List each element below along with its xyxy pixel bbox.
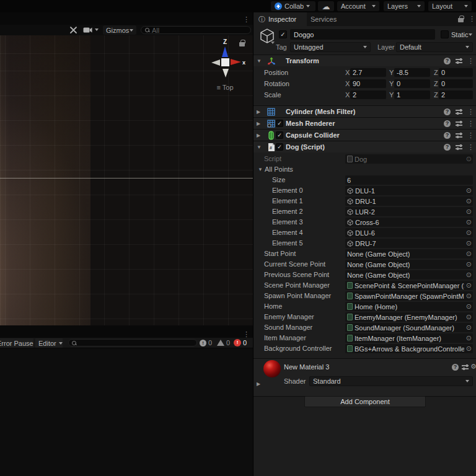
all-points-row[interactable]: ▼ All Points bbox=[253, 164, 476, 175]
axis-left-cone[interactable] bbox=[211, 60, 220, 66]
lock-icon[interactable] bbox=[239, 42, 245, 46]
axis-center-cube[interactable] bbox=[221, 58, 229, 66]
foldout-icon[interactable]: ▶ bbox=[257, 133, 260, 138]
tag-dropdown[interactable]: Untagged bbox=[290, 42, 371, 52]
rotation-x-field[interactable]: 90 bbox=[350, 79, 386, 88]
mesh-filter-header[interactable]: ▶ Cylinder (Mesh Filter) ? ⋮ bbox=[253, 105, 476, 117]
size-field[interactable]: 6 bbox=[345, 175, 473, 185]
object-picker-icon[interactable]: ⊙ bbox=[465, 291, 472, 300]
view-angle-label[interactable]: ≡ Top bbox=[205, 84, 245, 91]
console-search-input[interactable] bbox=[68, 339, 197, 346]
object-field[interactable]: DLU-6 ⊙ bbox=[345, 228, 473, 237]
preset-icon[interactable] bbox=[456, 109, 462, 115]
component-checkbox[interactable]: ✓ bbox=[276, 120, 283, 127]
object-picker-icon[interactable]: ⊙ bbox=[465, 323, 472, 332]
lock-icon[interactable] bbox=[458, 18, 464, 22]
mesh-renderer-header[interactable]: ▶ ✓ Mesh Renderer ? ⋮ bbox=[253, 117, 476, 129]
kebab-icon[interactable]: ⋮ bbox=[467, 132, 474, 138]
preset-icon[interactable] bbox=[456, 121, 462, 126]
gear-icon[interactable]: ⚙ bbox=[470, 363, 476, 371]
preset-icon[interactable] bbox=[456, 133, 462, 138]
transform-header[interactable]: ▼ Transform ? ⋮ bbox=[253, 55, 476, 66]
static-checkbox[interactable] bbox=[441, 30, 449, 38]
position-y-field[interactable]: -8.5 bbox=[394, 68, 430, 77]
object-field[interactable]: DLU-1 ⊙ bbox=[345, 186, 473, 195]
error-count-toggle[interactable]: ! 0 bbox=[234, 339, 247, 346]
object-picker-icon[interactable]: ⊙ bbox=[465, 239, 472, 247]
object-picker-icon[interactable]: ⊙ bbox=[465, 154, 472, 163]
axis-x-cone[interactable] bbox=[231, 59, 241, 65]
kebab-icon[interactable]: ⋮ bbox=[467, 120, 474, 126]
layer-dropdown[interactable]: Default bbox=[396, 42, 473, 52]
kebab-icon[interactable]: ⋮ bbox=[467, 108, 474, 115]
collab-button[interactable]: Collab bbox=[271, 1, 315, 11]
gizmos-dropdown[interactable]: Gizmos bbox=[103, 25, 136, 35]
rotation-z-field[interactable]: 0 bbox=[439, 79, 473, 88]
object-field[interactable]: Cross-6 ⊙ bbox=[345, 218, 473, 227]
scene-menu-kebab-icon[interactable]: ⋮ bbox=[243, 16, 250, 22]
camera-icon[interactable] bbox=[83, 27, 92, 33]
object-field[interactable]: ScenePoint & ScenePointManager (Sc ⊙ bbox=[345, 281, 473, 290]
gameobject-name-field[interactable]: Doggo bbox=[290, 29, 435, 40]
help-icon[interactable]: ? bbox=[444, 120, 451, 127]
scale-x-field[interactable]: 2 bbox=[350, 90, 386, 99]
object-field[interactable]: DRU-1 ⊙ bbox=[345, 196, 473, 206]
object-field[interactable]: SoundManager (SoundManager) ⊙ bbox=[345, 323, 473, 332]
foldout-icon[interactable]: ▶ bbox=[257, 109, 260, 115]
tab-inspector[interactable]: ⓘ Inspector bbox=[253, 12, 307, 26]
object-picker-icon[interactable]: ⊙ bbox=[465, 302, 472, 311]
editor-dropdown[interactable]: Editor bbox=[35, 338, 63, 348]
object-picker-icon[interactable]: ⊙ bbox=[465, 270, 472, 279]
object-picker-icon[interactable]: ⊙ bbox=[465, 260, 472, 268]
info-count-toggle[interactable]: ! 0 bbox=[200, 339, 212, 346]
object-field[interactable]: DRU-7 ⊙ bbox=[345, 239, 473, 248]
object-field[interactable]: SpawnPointManager (SpawnPointMa ⊙ bbox=[345, 291, 473, 301]
object-picker-icon[interactable]: ⊙ bbox=[465, 344, 472, 353]
preset-icon[interactable] bbox=[456, 144, 462, 150]
tool-settings-icon[interactable] bbox=[69, 26, 77, 34]
object-field[interactable]: ItemManager (ItemManager) ⊙ bbox=[345, 333, 473, 343]
preset-icon[interactable] bbox=[456, 58, 462, 64]
console-menu-kebab-icon[interactable]: ⋮ bbox=[243, 331, 250, 337]
object-picker-icon[interactable]: ⊙ bbox=[465, 186, 472, 195]
account-dropdown[interactable]: Account bbox=[337, 1, 379, 11]
layers-dropdown[interactable]: Layers bbox=[384, 1, 425, 11]
object-field[interactable]: BGs+Arrows & BackgroundController ( ⊙ bbox=[345, 344, 473, 353]
object-picker-icon[interactable]: ⊙ bbox=[465, 312, 472, 321]
object-field[interactable]: Dog ⊙ bbox=[345, 154, 473, 164]
object-picker-icon[interactable]: ⊙ bbox=[465, 249, 472, 258]
component-checkbox[interactable]: ✓ bbox=[276, 143, 283, 151]
object-picker-icon[interactable]: ⊙ bbox=[465, 218, 472, 226]
position-x-field[interactable]: 2.7 bbox=[350, 68, 386, 77]
axis-down-cone[interactable] bbox=[223, 69, 229, 77]
shader-dropdown[interactable]: Standard bbox=[309, 376, 473, 386]
inspector-kebab-icon[interactable]: ⋮ bbox=[469, 15, 475, 22]
axis-z-cone[interactable] bbox=[222, 46, 228, 57]
warning-count-toggle[interactable]: 0 bbox=[217, 339, 230, 346]
cloud-button[interactable]: ☁ bbox=[318, 1, 334, 11]
icon-picker-caret[interactable] bbox=[271, 42, 275, 44]
camera-caret-icon[interactable] bbox=[95, 29, 99, 31]
position-z-field[interactable]: 0 bbox=[439, 68, 473, 77]
object-field[interactable]: None (Game Object) ⊙ bbox=[345, 260, 473, 269]
object-picker-icon[interactable]: ⊙ bbox=[465, 228, 472, 237]
scale-y-field[interactable]: 1 bbox=[394, 90, 430, 99]
dog-script-header[interactable]: ▼ # ✓ Dog (Script) ? ⋮ bbox=[253, 141, 476, 152]
scene-viewport[interactable]: Z x ≡ Top bbox=[0, 35, 253, 325]
scale-z-field[interactable]: 2 bbox=[439, 90, 473, 99]
help-icon[interactable]: ? bbox=[444, 144, 451, 151]
help-icon[interactable]: ? bbox=[444, 132, 451, 139]
foldout-icon[interactable]: ▼ bbox=[257, 144, 262, 150]
orientation-gizmo[interactable]: Z x bbox=[208, 45, 244, 81]
object-picker-icon[interactable]: ⊙ bbox=[465, 281, 472, 289]
help-icon[interactable]: ? bbox=[444, 108, 451, 115]
foldout-icon[interactable]: ▼ bbox=[257, 58, 262, 64]
preset-icon[interactable] bbox=[462, 364, 469, 370]
object-picker-icon[interactable]: ⊙ bbox=[465, 207, 472, 216]
capsule-collider-header[interactable]: ▶ ✓ Capsule Collider ? ⋮ bbox=[253, 129, 476, 141]
object-field[interactable]: None (Game Object) ⊙ bbox=[345, 270, 473, 280]
layout-dropdown[interactable]: Layout bbox=[428, 1, 472, 11]
object-field[interactable]: LUR-2 ⊙ bbox=[345, 207, 473, 216]
foldout-icon[interactable]: ▼ bbox=[258, 167, 263, 172]
rotation-y-field[interactable]: 0 bbox=[394, 79, 430, 88]
